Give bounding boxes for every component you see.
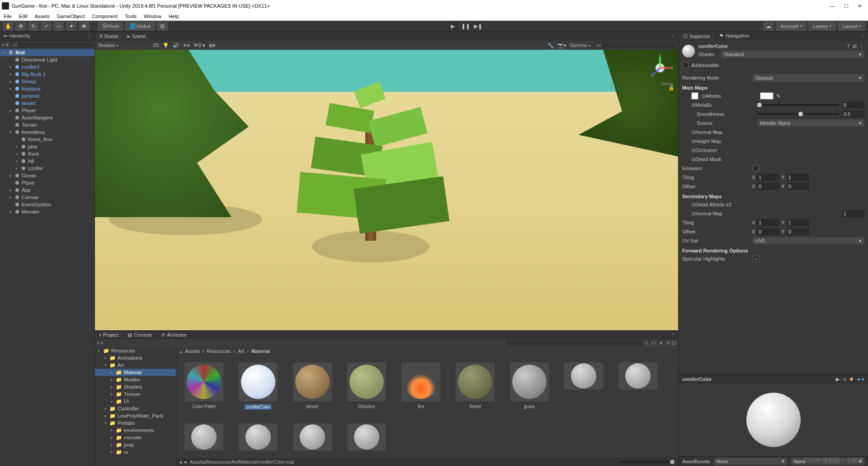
metallic-slider[interactable] <box>757 104 839 106</box>
hierarchy-item[interactable]: ActorMangers <box>0 114 94 121</box>
normal2-value[interactable]: 1 <box>842 210 864 217</box>
hierarchy-item[interactable]: ▸Sheep <box>0 78 94 85</box>
menu-help[interactable]: Help <box>169 14 179 19</box>
folder-item[interactable]: ▸📁LowPolyWater_Pack <box>95 412 176 419</box>
pivot-toggle[interactable]: ⦿ Pivot <box>98 22 123 31</box>
2d-toggle[interactable]: 2D <box>153 43 159 48</box>
tab-animator[interactable]: ⟳ Animator <box>157 332 192 338</box>
asset-item[interactable] <box>618 362 658 410</box>
hierarchy-item[interactable]: ▸conifer3 <box>0 63 94 71</box>
menu-tools[interactable]: Tools <box>125 14 137 19</box>
global-toggle[interactable]: 🌐 Global <box>125 22 155 31</box>
offset2-x[interactable]: 0 <box>757 228 779 235</box>
scene-menu-icon[interactable]: ⋮ <box>668 33 678 39</box>
hierarchy-menu-icon[interactable]: ⋮ <box>87 33 92 39</box>
hierarchy-item[interactable]: ▸Ocean <box>0 172 94 179</box>
hierarchy-tab[interactable]: ≔ Hierarchy <box>3 33 30 39</box>
pause-button[interactable]: ❚❚ <box>460 22 471 31</box>
hand-tool-button[interactable]: ✋ <box>3 22 14 31</box>
asset-item[interactable] <box>563 362 604 410</box>
asset-item[interactable]: coniferColor <box>238 362 278 410</box>
tab-project[interactable]: ▪ Project <box>95 332 123 338</box>
create-dropdown[interactable]: + ▾ <box>2 42 9 48</box>
albedo-color[interactable] <box>760 92 774 100</box>
hierarchy-item[interactable]: ▸fireplace <box>0 85 94 92</box>
asset-item[interactable]: Color Pallet <box>184 362 224 410</box>
folder-item[interactable]: ▸📁Material <box>95 369 176 376</box>
shader-dropdown[interactable]: Standard▾ <box>721 51 864 58</box>
scene-tab-game[interactable]: ▸ Game <box>123 33 151 39</box>
rotate-tool-button[interactable]: ↻ <box>28 22 39 31</box>
menu-icon[interactable]: ⋮ <box>859 43 864 49</box>
asset-item[interactable] <box>292 423 333 451</box>
scene-view[interactable]: yxz 🔒 Persp <box>95 50 678 330</box>
tab-inspector[interactable]: ⓘ Inspector <box>679 33 715 40</box>
scale-tool-button[interactable]: ⤢ <box>41 22 52 31</box>
grid-icon[interactable]: ⊞▾ <box>209 43 216 48</box>
cloud-button[interactable]: ☁ <box>763 22 774 31</box>
hierarchy-item[interactable]: ▸App <box>0 186 94 194</box>
tab-console[interactable]: ▤ Console <box>123 332 156 338</box>
custom-tool-button[interactable]: ✖ <box>79 22 90 31</box>
folder-item[interactable]: ▸📁Shaders <box>95 383 176 390</box>
preview-light-icon[interactable]: ✺ <box>849 376 854 382</box>
asset-item[interactable] <box>238 423 278 451</box>
tiling-x[interactable]: 1 <box>757 174 779 181</box>
asset-item[interactable] <box>184 423 224 451</box>
lighting-icon[interactable]: 💡 <box>163 43 169 48</box>
hierarchy-search-input[interactable] <box>10 42 93 48</box>
scene-search-input[interactable] <box>594 42 675 48</box>
scene-root[interactable]: ▾ first <box>0 49 94 56</box>
hierarchy-item[interactable]: ▸hill <box>0 157 94 165</box>
gizmos-dropdown[interactable]: Gizmos <box>570 43 590 48</box>
tiling-y[interactable]: 1 <box>787 174 809 181</box>
preview-shape-icon[interactable]: ● ▾ <box>857 376 864 382</box>
asset-item[interactable] <box>346 423 387 451</box>
menu-assets[interactable]: Assets <box>35 14 50 19</box>
crumb-art[interactable]: Art <box>238 348 244 354</box>
filter-icon[interactable]: ⚲ <box>645 340 648 346</box>
star-icon[interactable]: ★ <box>659 340 663 346</box>
folder-item[interactable]: ▸📁monster <box>95 434 176 441</box>
hierarchy-item[interactable]: ▾forestArea <box>0 128 94 136</box>
folder-item[interactable]: ▸📁Texture <box>95 390 176 398</box>
tiling2-x[interactable]: 1 <box>757 219 779 226</box>
hierarchy-item[interactable]: ▸Big Rock 1 <box>0 71 94 78</box>
label-icon[interactable]: 🏷 <box>651 340 656 346</box>
asset-item[interactable]: Dissolve <box>346 362 387 410</box>
tab-navigation[interactable]: ⚑ Navigation <box>715 33 754 39</box>
menu-file[interactable]: File <box>4 14 12 19</box>
addressable-checkbox[interactable] <box>682 62 689 68</box>
crumb-material[interactable]: Material <box>251 348 270 354</box>
preview-play-icon[interactable]: ▶ <box>836 376 840 382</box>
menu-component[interactable]: Component <box>92 14 118 19</box>
rendering-mode-dropdown[interactable]: Opaque▾ <box>753 74 864 81</box>
hierarchy-item[interactable]: desert <box>0 100 94 107</box>
emission-checkbox[interactable] <box>753 165 759 171</box>
tiling2-y[interactable]: 1 <box>787 219 809 226</box>
asset-item[interactable]: desert <box>292 362 333 410</box>
hierarchy-item[interactable]: Directional Light <box>0 56 94 63</box>
asset-item[interactable]: forest <box>455 362 495 410</box>
fx-icon[interactable]: ☀▾ <box>183 43 190 48</box>
smoothness-value[interactable]: 0.5 <box>842 110 864 118</box>
hierarchy-item[interactable]: ▸Player <box>0 107 94 114</box>
hierarchy-item[interactable]: pyramid <box>0 92 94 100</box>
offset-y[interactable]: 0 <box>787 183 809 190</box>
project-create-dropdown[interactable]: + ▾ <box>97 340 104 346</box>
folder-item[interactable]: ▾📁Art <box>95 361 176 369</box>
inspector-menu-icon[interactable]: ⋮ <box>858 33 868 39</box>
layers-dropdown[interactable]: Layers <box>808 22 836 31</box>
camera-icon[interactable]: 📷▾ <box>557 43 566 48</box>
close-button[interactable]: ✕ <box>858 3 862 9</box>
minimize-button[interactable]: — <box>830 3 835 9</box>
folder-item[interactable]: ▸📁Resources <box>95 347 176 354</box>
spec-hl-checkbox[interactable]: ✓ <box>753 256 759 262</box>
hidden-icon[interactable]: 👁0 ▾ <box>193 43 205 48</box>
material-preview-sphere[interactable] <box>746 393 801 447</box>
folder-item[interactable]: ▸📁environments <box>95 427 176 434</box>
offset-x[interactable]: 0 <box>757 183 779 190</box>
eyedropper-icon[interactable]: ✎ <box>776 93 780 99</box>
hierarchy-item[interactable]: ▸Canvas <box>0 194 94 201</box>
source-dropdown[interactable]: Metallic Alpha▾ <box>757 119 864 127</box>
